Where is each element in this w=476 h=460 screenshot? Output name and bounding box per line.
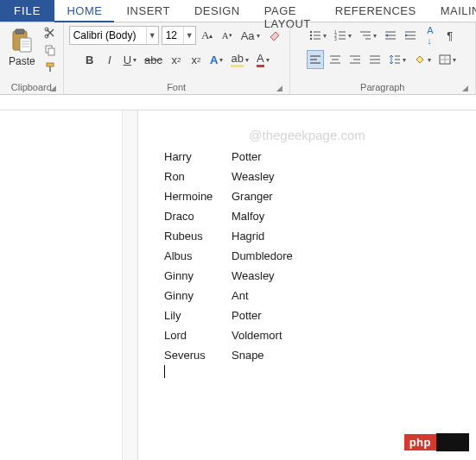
text-cursor	[164, 365, 165, 378]
group-font: ▼ ▼ A▴ A▾ Aa▾ B I U▾ abc x2 x2	[64, 22, 290, 94]
doc-line[interactable]: AlbusDumbledore	[164, 249, 459, 262]
ribbon-tab-bar: FILE HOME INSERT DESIGN PAGE LAYOUT REFE…	[0, 0, 476, 22]
cut-button[interactable]	[42, 26, 58, 40]
svg-point-16	[310, 38, 312, 40]
paintbrush-icon	[44, 61, 56, 73]
group-label-paragraph: Paragraph ◢	[295, 80, 470, 92]
ribbon: Paste Clipboard ◢	[0, 22, 476, 95]
bucket-icon	[414, 54, 426, 65]
svg-text:3: 3	[334, 36, 337, 41]
doc-line[interactable]: RonWeasley	[164, 170, 459, 183]
tab-home[interactable]: HOME	[54, 0, 114, 22]
clipboard-icon	[10, 28, 33, 54]
group-label-font: Font ◢	[69, 80, 284, 92]
svg-point-12	[310, 31, 312, 33]
document-content[interactable]: HarryPotterRonWeasleyHermoineGrangerDrac…	[164, 150, 459, 362]
sort-button[interactable]: A↓	[422, 26, 439, 45]
align-left-icon	[309, 54, 321, 65]
doc-line[interactable]: DracoMalfoy	[164, 210, 459, 223]
left-gutter	[0, 110, 138, 460]
badge-right	[436, 433, 469, 451]
font-size-combo[interactable]: ▼	[162, 26, 196, 45]
tab-file[interactable]: FILE	[0, 0, 54, 22]
align-center-icon	[329, 54, 341, 65]
chevron-down-icon[interactable]: ▼	[183, 27, 195, 44]
align-right-icon	[349, 54, 361, 65]
multilevel-icon	[359, 30, 371, 41]
text-effects-button[interactable]: A▾	[207, 50, 225, 69]
tab-page-layout[interactable]: PAGE LAYOUT	[252, 0, 323, 22]
doc-line[interactable]: SeverusSnape	[164, 349, 459, 362]
decrease-indent-button[interactable]	[382, 26, 399, 45]
svg-rect-1	[16, 29, 24, 34]
shading-button[interactable]: ▾	[411, 50, 434, 69]
svg-rect-9	[48, 48, 54, 55]
numbering-button[interactable]: 123▾	[332, 26, 354, 45]
group-label-clipboard: Clipboard ◢	[5, 80, 58, 92]
paste-button[interactable]: Paste	[5, 26, 39, 69]
bold-button[interactable]: B	[81, 50, 98, 69]
clear-formatting-button[interactable]	[265, 26, 284, 45]
svg-point-14	[310, 35, 312, 36]
group-clipboard: Paste Clipboard ◢	[0, 22, 64, 94]
doc-line[interactable]: LordVoldemort	[164, 329, 459, 342]
doc-line[interactable]: HermoineGranger	[164, 190, 459, 203]
italic-button[interactable]: I	[101, 50, 118, 69]
scissors-icon	[44, 27, 56, 39]
multilevel-list-button[interactable]: ▾	[357, 26, 379, 45]
eraser-icon	[268, 28, 282, 42]
show-marks-button[interactable]: ¶	[441, 26, 459, 45]
horizontal-ruler[interactable]	[0, 95, 476, 110]
align-right-button[interactable]	[346, 50, 364, 69]
doc-line[interactable]: LilyPotter	[164, 309, 459, 322]
copy-icon	[44, 44, 56, 56]
change-case-button[interactable]: Aa▾	[238, 26, 263, 45]
borders-icon	[439, 54, 451, 65]
font-name-combo[interactable]: ▼	[69, 26, 159, 45]
subscript-button[interactable]: x2	[168, 50, 185, 69]
doc-line[interactable]: GinnyAnt	[164, 289, 459, 302]
strikethrough-button[interactable]: abc	[142, 50, 165, 69]
outdent-icon	[384, 30, 397, 41]
chevron-down-icon[interactable]: ▼	[146, 27, 158, 44]
vertical-ruler[interactable]	[122, 110, 137, 460]
shrink-font-button[interactable]: A▾	[219, 26, 236, 45]
line-spacing-icon	[389, 54, 401, 65]
font-dialog-launcher[interactable]: ◢	[276, 84, 282, 92]
format-painter-button[interactable]	[42, 60, 58, 74]
watermark-text: @thegeekpage.com	[138, 128, 476, 142]
document-page[interactable]: @thegeekpage.com HarryPotterRonWeasleyHe…	[138, 110, 476, 460]
justify-button[interactable]	[366, 50, 384, 69]
doc-line[interactable]: RubeusHagrid	[164, 230, 459, 243]
tab-mailings[interactable]: MAILINGS	[428, 0, 476, 22]
bullets-icon	[309, 30, 321, 41]
doc-line[interactable]: GinnyWeasley	[164, 269, 459, 282]
copy-button[interactable]	[42, 43, 58, 57]
paste-label: Paste	[9, 55, 35, 67]
svg-rect-2	[20, 38, 31, 52]
borders-button[interactable]: ▾	[436, 50, 459, 69]
highlight-button[interactable]: ab▾	[228, 50, 251, 69]
svg-rect-10	[47, 63, 54, 66]
font-size-input[interactable]	[162, 29, 183, 41]
align-center-button[interactable]	[327, 50, 344, 69]
clipboard-dialog-launcher[interactable]: ◢	[50, 84, 56, 92]
bullets-button[interactable]: ▾	[307, 26, 329, 45]
underline-button[interactable]: U▾	[121, 50, 139, 69]
font-name-input[interactable]	[70, 29, 146, 41]
paragraph-dialog-launcher[interactable]: ◢	[462, 84, 468, 92]
line-spacing-button[interactable]: ▾	[386, 50, 409, 69]
numbering-icon: 123	[334, 30, 346, 41]
increase-indent-button[interactable]	[402, 26, 419, 45]
tab-references[interactable]: REFERENCES	[323, 0, 428, 22]
superscript-button[interactable]: x2	[187, 50, 205, 69]
doc-line[interactable]: HarryPotter	[164, 150, 459, 163]
grow-font-button[interactable]: A▴	[199, 26, 216, 45]
badge-left: php	[404, 434, 436, 451]
workspace: @thegeekpage.com HarryPotterRonWeasleyHe…	[0, 110, 476, 460]
tab-insert[interactable]: INSERT	[114, 0, 181, 22]
svg-rect-11	[49, 66, 51, 72]
font-color-button[interactable]: A▾	[254, 50, 272, 69]
align-left-button[interactable]	[307, 50, 324, 69]
tab-design[interactable]: DESIGN	[182, 0, 252, 22]
